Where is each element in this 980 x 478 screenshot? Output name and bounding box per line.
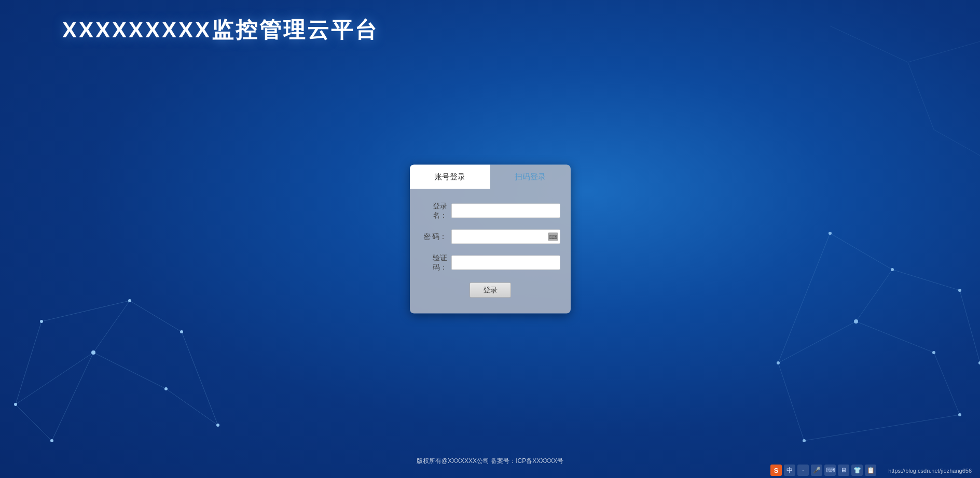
svg-point-34 xyxy=(958,413,961,416)
login-tabs: 账号登录 扫码登录 xyxy=(410,165,571,189)
svg-point-33 xyxy=(829,232,832,235)
monitor-toolbar-icon[interactable]: 🖥 xyxy=(838,465,849,476)
password-wrapper xyxy=(451,230,560,244)
svg-line-1 xyxy=(93,353,166,389)
chinese-toolbar-icon[interactable]: 中 xyxy=(784,465,795,476)
svg-line-39 xyxy=(908,62,934,130)
clipboard-toolbar-icon[interactable]: 📋 xyxy=(865,465,876,476)
keyboard-icon[interactable] xyxy=(548,233,558,241)
username-label: 登录名： xyxy=(420,202,447,220)
dot-toolbar-icon[interactable]: · xyxy=(797,465,809,476)
tab-scan-login[interactable]: 扫码登录 xyxy=(490,165,571,189)
svg-point-32 xyxy=(958,289,961,292)
captcha-group: 验证码： xyxy=(410,254,571,272)
password-group: 密 码： xyxy=(410,230,571,244)
svg-line-19 xyxy=(856,321,934,353)
svg-line-21 xyxy=(892,270,960,290)
svg-point-14 xyxy=(40,320,43,323)
shirt-toolbar-icon[interactable]: 👕 xyxy=(851,465,863,476)
username-input[interactable] xyxy=(451,204,560,218)
login-button-wrapper: 登录 xyxy=(410,283,571,298)
svg-line-9 xyxy=(16,404,52,441)
mic-toolbar-icon[interactable]: 🎤 xyxy=(811,465,822,476)
login-button[interactable]: 登录 xyxy=(470,283,511,298)
svg-line-20 xyxy=(856,270,892,321)
svg-line-6 xyxy=(166,389,218,425)
svg-line-26 xyxy=(778,363,804,441)
svg-point-15 xyxy=(180,330,183,333)
svg-point-35 xyxy=(803,439,806,442)
svg-point-31 xyxy=(891,268,894,271)
password-label: 密 码： xyxy=(420,232,447,242)
svg-line-18 xyxy=(778,321,856,363)
svg-line-4 xyxy=(130,301,182,332)
svg-point-29 xyxy=(854,319,858,324)
svg-point-10 xyxy=(14,403,17,406)
login-card: 账号登录 扫码登录 登录名： 密 码： 验证码： 登录 xyxy=(410,165,571,314)
svg-line-22 xyxy=(934,353,960,415)
password-input[interactable] xyxy=(451,230,560,244)
keyboard-toolbar-icon[interactable]: ⌨ xyxy=(824,465,836,476)
svg-point-28 xyxy=(777,361,780,364)
svg-point-30 xyxy=(932,351,935,354)
page-title: XXXXXXXXX监控管理云平台 xyxy=(62,16,379,45)
svg-line-38 xyxy=(908,41,980,62)
username-group: 登录名： xyxy=(410,202,571,220)
svg-line-24 xyxy=(778,233,830,363)
svg-point-13 xyxy=(128,299,131,302)
svg-line-7 xyxy=(182,332,218,425)
svg-point-16 xyxy=(216,424,219,427)
svg-point-12 xyxy=(164,387,168,390)
svg-line-3 xyxy=(42,301,130,321)
svg-line-2 xyxy=(93,301,130,353)
svg-line-25 xyxy=(960,290,980,363)
svg-line-27 xyxy=(804,415,960,441)
svg-line-5 xyxy=(16,321,42,404)
svg-line-0 xyxy=(16,353,93,404)
s-toolbar-icon[interactable]: S xyxy=(770,465,782,476)
captcha-input[interactable] xyxy=(451,256,560,270)
bottom-toolbar: S 中 · 🎤 ⌨ 🖥 👕 📋 xyxy=(770,465,876,476)
svg-line-8 xyxy=(52,353,93,441)
tab-account-login[interactable]: 账号登录 xyxy=(410,165,490,189)
svg-line-37 xyxy=(830,26,908,62)
svg-line-40 xyxy=(934,130,980,156)
svg-point-17 xyxy=(50,439,53,442)
captcha-label: 验证码： xyxy=(420,254,447,272)
svg-line-23 xyxy=(830,233,892,270)
bottom-url: https://blog.csdn.net/jiezhang656 xyxy=(888,468,972,474)
svg-point-11 xyxy=(91,350,95,355)
